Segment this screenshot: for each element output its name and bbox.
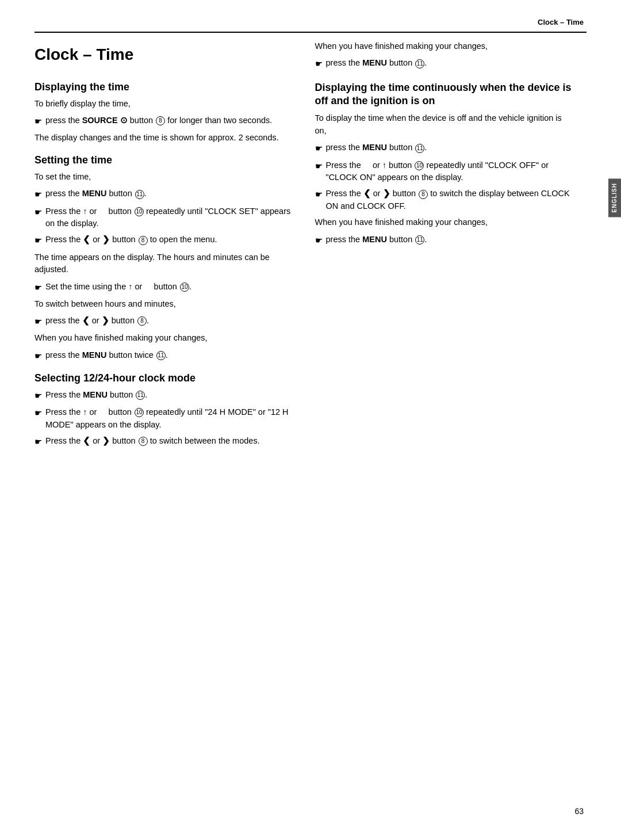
- when-finished-left: When you have finished making your chang…: [34, 332, 292, 344]
- bullet-up-12-24-text: Press the ↑ or button 10 repeatedly unti…: [45, 406, 292, 431]
- bullet-arrow-icon: ☛: [34, 115, 42, 128]
- bullet-menu-mode-text: Press the MENU button 11.: [45, 389, 292, 401]
- bullet-lt-gt-switch: ☛ press the ❮ or ❯ button 8.: [34, 315, 292, 328]
- bullet-arrow-icon-2: ☛: [34, 188, 42, 201]
- bullet-lt-gt-mode-switch-text: Press the ❮ or ❯ button 8 to switch betw…: [45, 435, 292, 447]
- language-label: ENGLISH: [608, 178, 621, 217]
- bullet-source-button: ☛ press the SOURCE ⊙ button 8 for longer…: [34, 114, 292, 128]
- bullet-arrow-icon-r1: ☛: [315, 58, 323, 70]
- bullet-menu-mode: ☛ Press the MENU button 11.: [34, 389, 292, 402]
- section-setting-time-title: Setting the time: [34, 152, 292, 167]
- header-title: Clock – Time: [538, 17, 584, 28]
- bullet-arrow-icon-9: ☛: [34, 407, 42, 419]
- bullet-menu-right-1: ☛ press the MENU button 11.: [315, 57, 573, 70]
- page-title: Clock – Time: [34, 43, 292, 67]
- bullet-lt-gt-clock-display: ☛ Press the ❮ or ❯ button 8 to switch th…: [315, 188, 573, 212]
- bullet-arrow-icon-r3: ☛: [315, 160, 323, 173]
- right-when-finished-2: When you have finished making your chang…: [315, 216, 573, 228]
- displaying-time-result: The display changes and the time is show…: [34, 132, 292, 144]
- header-title-text: Clock – Time: [538, 18, 584, 26]
- bullet-up-button-clockset-text: Press the ↑ or button 10 repeatedly unti…: [45, 205, 292, 230]
- page-container: Clock – Time ENGLISH Clock – Time Displa…: [0, 0, 621, 840]
- bullet-lt-gt-switch-text: press the ❮ or ❯ button 8.: [45, 315, 292, 327]
- bullet-menu-right-2: ☛ press the MENU button 11.: [315, 234, 573, 247]
- main-columns: Clock – Time Displaying the time To brie…: [34, 40, 586, 452]
- bullet-menu-twice: ☛ press the MENU button twice 11.: [34, 349, 292, 362]
- section-continuous-title: Displaying the time continuously when th…: [315, 81, 573, 108]
- bullet-lt-gt-open-menu: ☛ Press the ❮ or ❯ button 8 to open the …: [34, 234, 292, 247]
- bullet-menu-setting-text: press the MENU button 11.: [45, 188, 292, 200]
- bullet-menu-twice-text: press the MENU button twice 11.: [45, 349, 292, 361]
- bullet-arrow-icon-6: ☛: [34, 315, 42, 328]
- bullet-up-12-24: ☛ Press the ↑ or button 10 repeatedly un…: [34, 406, 292, 431]
- switch-hours-minutes: To switch between hours and minutes,: [34, 298, 292, 310]
- bullet-menu-continuous: ☛ press the MENU button 11.: [315, 142, 573, 155]
- section-clock-mode-title: Selecting 12/24-hour clock mode: [34, 371, 292, 385]
- bullet-arrow-icon-10: ☛: [34, 436, 42, 448]
- bullet-up-clock-on-off-text: Press the or ↑ button 10 repeatedly unti…: [326, 159, 573, 184]
- bullet-menu-right-1-text: press the MENU button 11.: [326, 57, 573, 69]
- bullet-menu-continuous-text: press the MENU button 11.: [326, 142, 573, 154]
- bullet-up-clock-on-off: ☛ Press the or ↑ button 10 repeatedly un…: [315, 159, 573, 184]
- time-display-note: The time appears on the display. The hou…: [34, 251, 292, 276]
- bullet-set-time-up: ☛ Set the time using the ↑ or button 10.: [34, 281, 292, 294]
- right-column: When you have finished making your chang…: [315, 40, 587, 452]
- page-number: 63: [574, 805, 584, 817]
- setting-time-intro: To set the time,: [34, 171, 292, 183]
- bullet-source-text: press the SOURCE ⊙ button 8 for longer t…: [45, 114, 292, 127]
- bullet-arrow-icon-4: ☛: [34, 234, 42, 247]
- bullet-arrow-icon-3: ☛: [34, 206, 42, 219]
- bullet-arrow-icon-r2: ☛: [315, 142, 323, 155]
- left-column: Clock – Time Displaying the time To brie…: [34, 40, 292, 452]
- right-when-finished-1: When you have finished making your chang…: [315, 40, 573, 52]
- bullet-lt-gt-open-menu-text: Press the ❮ or ❯ button 8 to open the me…: [45, 234, 292, 246]
- bullet-lt-gt-clock-display-text: Press the ❮ or ❯ button 8 to switch the …: [326, 188, 573, 212]
- displaying-time-intro: To briefly display the time,: [34, 98, 292, 110]
- bullet-menu-right-2-text: press the MENU button 11.: [326, 234, 573, 246]
- bullet-arrow-icon-r5: ☛: [315, 234, 323, 247]
- bullet-arrow-icon-5: ☛: [34, 281, 42, 294]
- bullet-arrow-icon-r4: ☛: [315, 188, 323, 201]
- bullet-menu-setting: ☛ press the MENU button 11.: [34, 188, 292, 201]
- bullet-up-button-clockset: ☛ Press the ↑ or button 10 repeatedly un…: [34, 205, 292, 230]
- section-displaying-time-title: Displaying the time: [34, 79, 292, 94]
- top-rule: [34, 32, 586, 33]
- bullet-arrow-icon-7: ☛: [34, 350, 42, 362]
- bullet-set-time-up-text: Set the time using the ↑ or button 10.: [45, 281, 292, 293]
- bullet-lt-gt-mode-switch: ☛ Press the ❮ or ❯ button 8 to switch be…: [34, 435, 292, 448]
- bullet-arrow-icon-8: ☛: [34, 390, 42, 402]
- continuous-intro: To display the time when the device is o…: [315, 112, 573, 137]
